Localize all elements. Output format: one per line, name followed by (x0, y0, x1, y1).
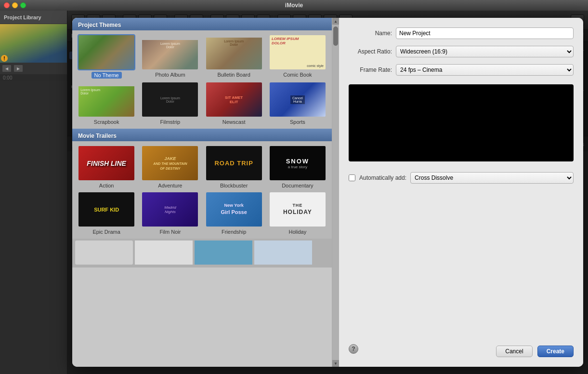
trailer-action[interactable]: FINISH LINE Action (76, 145, 137, 188)
frame-rate-row: Frame Rate: 24 fps – Cinema25 fps – PAL3… (349, 64, 574, 76)
maximize-button[interactable] (20, 2, 26, 8)
trailer-label-documentary: Documentary (282, 183, 313, 188)
traffic-lights (4, 2, 26, 8)
settings-panel: Name: Aspect Ratio: Widescreen (16:9)Sta… (339, 18, 583, 367)
name-input[interactable] (396, 27, 574, 39)
trailer-grid: FINISH LINE Action JAKEAND THE MOUNTAINO… (72, 141, 332, 239)
aspect-ratio-select[interactable]: Widescreen (16:9)Standard (4:3)iPhone (3… (396, 46, 574, 57)
play-forward-button[interactable]: ▶ (13, 65, 23, 72)
project-library-bar: Project Library (0, 11, 67, 24)
name-row: Name: (349, 27, 574, 39)
theme-sports[interactable]: CancelHurra Sports (267, 81, 328, 125)
thumb-film-noir-visual: MadridNights (142, 192, 198, 227)
auto-add-row: Automatically add: Cross DissolveFade to… (349, 172, 574, 184)
more-trailers (72, 239, 332, 267)
themes-scrollbar[interactable]: ▲ ▼ (332, 18, 339, 367)
more-trailer-4[interactable] (254, 240, 312, 265)
trailer-documentary[interactable]: SNOW a true story Documentary (267, 145, 328, 188)
thumb-friendship-visual: New YorkGirl Posse (206, 192, 262, 227)
themes-panel: Project Themes No Theme Lorem IpsumDolor (72, 18, 332, 367)
play-back-button[interactable]: ◀ (2, 65, 12, 72)
help-button[interactable]: ? (349, 344, 358, 354)
auto-add-label: Automatically add: (359, 174, 406, 181)
trailer-thumb-film-noir: MadridNights (141, 191, 199, 227)
trailer-film-noir[interactable]: MadridNights Film Noir (140, 191, 200, 235)
minimize-button[interactable] (12, 2, 18, 8)
theme-filmstrip[interactable]: Lorem IpsumDolor Filmstrip (140, 81, 200, 125)
frame-rate-select[interactable]: 24 fps – Cinema25 fps – PAL30 fps – NTSC… (396, 64, 574, 76)
thumb-adventure-visual: JAKEAND THE MOUNTAINOF DESTINY (142, 146, 198, 180)
title-bar: iMovie (0, 0, 588, 11)
trailer-blockbuster[interactable]: ROAD TRIP Blockbuster (204, 145, 264, 188)
more-trailer-2[interactable] (135, 240, 193, 265)
time-display: 0:00 (0, 74, 67, 81)
theme-comic-book[interactable]: LOREM IPSUMDOLOR comic style Comic Book (267, 34, 328, 79)
app-title: iMovie (285, 2, 303, 9)
thumb-holiday-visual: THEHOLIDAY (270, 192, 326, 227)
trailer-thumb-action: FINISH LINE (78, 145, 135, 181)
theme-thumb-photo-album: Lorem IpsumDolor (141, 34, 199, 70)
theme-thumb-filmstrip: Lorem IpsumDolor (141, 81, 199, 118)
thumb-no-theme-visual (78, 35, 134, 69)
trailer-friendship[interactable]: New YorkGirl Posse Friendship (204, 191, 264, 235)
thumb-filmstrip-visual: Lorem IpsumDolor (142, 82, 198, 117)
theme-thumb-sports: CancelHurra (269, 81, 327, 118)
theme-photo-album[interactable]: Lorem IpsumDolor Photo Album (140, 34, 200, 79)
trailer-thumb-epic-drama: SURF KID (78, 191, 135, 227)
thumb-bulletin-board-visual: Lorem IpsumDolor (206, 38, 262, 70)
scroll-down-button[interactable]: ▼ (332, 360, 339, 367)
theme-bulletin-board[interactable]: Lorem IpsumDolor Bulletin Board (204, 34, 264, 79)
more-trailer-3[interactable] (195, 240, 252, 265)
trailer-epic-drama[interactable]: SURF KID Epic Drama (76, 191, 137, 235)
new-project-dialog: Project Themes No Theme Lorem IpsumDolor (72, 18, 583, 367)
theme-newscast[interactable]: SIT AMETELIT Newscast (204, 81, 264, 125)
sidebar-thumb-inner (0, 24, 67, 63)
thumb-action-visual: FINISH LINE (78, 146, 134, 180)
auto-add-select[interactable]: Cross DissolveFade to BlackFade to White (410, 172, 574, 184)
theme-no-theme[interactable]: No Theme (76, 34, 137, 79)
theme-thumb-no-theme (78, 34, 135, 70)
thumb-newscast-visual: SIT AMETELIT (206, 82, 262, 117)
movie-trailers-header: Movie Trailers (72, 129, 332, 141)
theme-thumb-scrapbook: Lorem IpsumDolor (78, 81, 135, 118)
preview-area (349, 84, 574, 161)
thumb-photo-album-visual: Lorem IpsumDolor (142, 40, 198, 70)
scroll-thumb[interactable] (333, 27, 338, 46)
trailer-thumb-blockbuster: ROAD TRIP (205, 145, 263, 181)
sidebar-thumb: ! (0, 24, 67, 63)
trailer-label-action: Action (99, 183, 114, 188)
thumb-comic-book-visual: LOREM IPSUMDOLOR comic style (270, 35, 326, 69)
thumb-sports-visual: CancelHurra (270, 82, 326, 117)
trailer-adventure[interactable]: JAKEAND THE MOUNTAINOF DESTINY Adventure (140, 145, 200, 188)
theme-label-filmstrip: Filmstrip (160, 119, 181, 125)
thumb-documentary-visual: SNOW a true story (270, 146, 326, 180)
frame-rate-label: Frame Rate: (349, 67, 392, 73)
trailer-thumb-documentary: SNOW a true story (269, 145, 327, 181)
theme-scrapbook[interactable]: Lorem IpsumDolor Scrapbook (76, 81, 137, 125)
project-library-title: Project Library (4, 14, 41, 20)
warning-badge: ! (1, 55, 8, 62)
dialog-buttons: Cancel Create (496, 341, 574, 357)
theme-label-scrapbook: Scrapbook (94, 119, 119, 125)
close-button[interactable] (4, 2, 10, 8)
aspect-ratio-label: Aspect Ratio: (349, 48, 392, 55)
auto-add-checkbox[interactable] (349, 174, 355, 181)
trailer-label-blockbuster: Blockbuster (220, 183, 248, 188)
aspect-ratio-row: Aspect Ratio: Widescreen (16:9)Standard … (349, 46, 574, 57)
themes-grid: No Theme Lorem IpsumDolor Photo Album (72, 30, 332, 129)
trailer-holiday[interactable]: THEHOLIDAY Holiday (267, 191, 328, 235)
scroll-up-button[interactable]: ▲ (332, 18, 339, 25)
theme-label-sports: Sports (290, 119, 305, 125)
theme-label-no-theme: No Theme (91, 72, 122, 79)
sidebar: Project Library ! ◀ ▶ 0:00 (0, 11, 67, 374)
trailer-label-holiday: Holiday (289, 229, 307, 235)
create-button[interactable]: Create (537, 346, 574, 357)
project-themes-header: Project Themes (72, 18, 332, 30)
theme-label-photo-album: Photo Album (155, 72, 185, 78)
thumb-scrapbook-visual: Lorem IpsumDolor (78, 86, 134, 118)
theme-thumb-newscast: SIT AMETELIT (205, 81, 263, 118)
theme-thumb-bulletin-board: Lorem IpsumDolor (205, 34, 263, 70)
cancel-button[interactable]: Cancel (496, 346, 532, 357)
trailer-thumb-friendship: New YorkGirl Posse (205, 191, 263, 227)
more-trailer-1[interactable] (75, 240, 133, 265)
